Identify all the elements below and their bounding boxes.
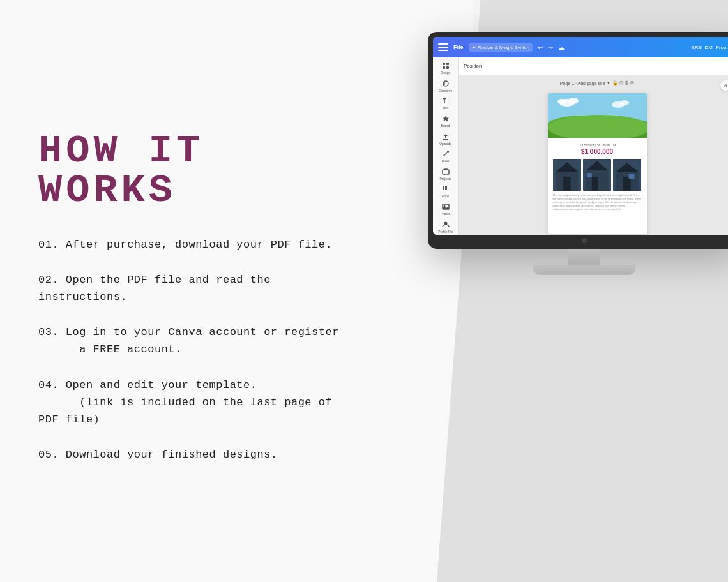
refresh-icon[interactable]: ↺ (720, 80, 728, 91)
apps-label: Apps (442, 194, 449, 198)
resize-button[interactable]: ✦ Resize & Magic Switch (469, 43, 533, 52)
step-2-text: Open the PDF file and read the instructi… (38, 274, 271, 303)
monitor-chin (433, 235, 728, 246)
elements-icon (441, 79, 450, 88)
svg-rect-7 (443, 139, 448, 140)
svg-rect-2 (443, 66, 445, 69)
svg-text:T: T (443, 98, 446, 105)
elements-label: Elements (439, 89, 452, 93)
page-chevron-icon: ▾ (607, 80, 610, 86)
canva-main-area: Position Page 1 · Add page title ▾ 🔒 ⊡ 🗑… (459, 57, 728, 235)
svg-point-20 (557, 99, 566, 104)
design-icon (441, 61, 450, 70)
template-content: 123 Boundry St, Dallas, TX $1,000,000 (548, 138, 647, 234)
sidebar-tool-brand[interactable]: Brand (434, 113, 457, 130)
canva-interface: File ✦ Resize & Magic Switch ↩ ↪ ☁ BRE_D… (433, 37, 728, 235)
filename-label: BRE_DM_Prop... (692, 45, 728, 50)
hamburger-icon[interactable] (438, 43, 448, 51)
brand-label: Brand (441, 124, 450, 128)
profile-icon (441, 220, 450, 229)
monitor-stand-neck (568, 249, 600, 265)
sidebar-tool-projects[interactable]: Projects (434, 166, 457, 183)
svg-rect-39 (623, 177, 631, 191)
svg-rect-34 (592, 177, 598, 191)
position-label: Position (464, 63, 482, 69)
right-panel: File ✦ Resize & Magic Switch ↩ ↪ ☁ BRE_D… (396, 0, 728, 582)
step-2-number: 02. (38, 274, 59, 286)
photos-icon (441, 202, 450, 211)
sidebar-tool-uploads[interactable]: Uploads (434, 130, 457, 147)
step-5-text: Download your finished designs. (66, 449, 278, 461)
sidebar-tool-text[interactable]: T Text (434, 95, 457, 112)
step-4-number: 04. (38, 379, 59, 391)
step-5-number: 05. (38, 449, 59, 461)
brand-icon (441, 114, 450, 123)
svg-rect-35 (587, 173, 592, 177)
apps-icon (441, 184, 450, 193)
photos-label: Photos (441, 212, 451, 216)
svg-rect-5 (443, 82, 445, 85)
monitor-stand-base (533, 265, 635, 275)
property-images-row (553, 159, 642, 191)
property-description: This stunning two-story home sits on a l… (553, 193, 642, 211)
redo-icon[interactable]: ↪ (548, 44, 553, 51)
uploads-label: Uploads (439, 142, 451, 146)
svg-point-19 (568, 98, 579, 104)
monitor-screen: File ✦ Resize & Magic Switch ↩ ↪ ☁ BRE_D… (433, 37, 728, 235)
svg-point-22 (620, 100, 629, 105)
svg-rect-1 (446, 63, 449, 65)
monitor-outer: File ✦ Resize & Magic Switch ↩ ↪ ☁ BRE_D… (428, 32, 728, 249)
svg-rect-12 (443, 188, 444, 190)
page-controls: 🔒 ⊡ 🗑 ⊞ (612, 80, 634, 86)
cloud-icon: ☁ (558, 44, 565, 51)
page-heading: HOW IT WORKS (38, 131, 358, 211)
step-1-number: 01. (38, 239, 59, 251)
sidebar-tool-draw[interactable]: Draw (434, 148, 457, 165)
projects-icon (441, 167, 450, 176)
svg-rect-30 (563, 177, 570, 191)
canva-toolbar: Position (459, 57, 728, 75)
canva-body: Design Elements (433, 57, 728, 235)
steps-list: 01. After purchase, download your PDF fi… (38, 236, 358, 464)
page-title-text: Page 1 · Add page title (560, 81, 605, 86)
file-menu[interactable]: File (453, 44, 464, 50)
sidebar-tool-design[interactable]: Design (434, 60, 457, 77)
step-2: 02. Open the PDF file and read the instr… (38, 271, 358, 306)
template-hero-image (548, 93, 647, 138)
projects-label: Projects (439, 177, 451, 181)
step-3-number: 03. (38, 326, 59, 338)
canva-sidebar: Design Elements (433, 57, 459, 235)
svg-rect-11 (445, 186, 447, 188)
sidebar-tool-apps[interactable]: Apps (434, 183, 457, 200)
svg-point-8 (447, 151, 449, 153)
uploads-icon (441, 132, 450, 141)
text-icon: T (441, 96, 450, 105)
template-preview: 123 Boundry St, Dallas, TX $1,000,000 (548, 93, 647, 234)
undo-icon[interactable]: ↩ (538, 44, 543, 51)
step-5: 05. Download your finished designs. (38, 446, 358, 463)
step-1-text: After purchase, download your PDF file. (66, 239, 332, 251)
sidebar-tool-profile[interactable]: Profile Pic (434, 218, 457, 235)
svg-rect-9 (443, 170, 449, 174)
property-price: $1,000,000 (553, 148, 642, 155)
draw-icon (441, 149, 450, 158)
profile-label: Profile Pic (438, 230, 453, 234)
draw-label: Draw (442, 159, 450, 163)
svg-rect-40 (629, 174, 635, 179)
text-label: Text (443, 106, 448, 110)
svg-rect-3 (446, 66, 449, 69)
step-4: 04. Open and edit your template. (link i… (38, 377, 358, 429)
svg-rect-0 (443, 63, 445, 65)
canva-topbar: File ✦ Resize & Magic Switch ↩ ↪ ☁ BRE_D… (433, 37, 728, 57)
design-label: Design (441, 71, 451, 75)
page-header: Page 1 · Add page title ▾ 🔒 ⊡ 🗑 ⊞ (560, 80, 634, 86)
property-address: 123 Boundry St, Dallas, TX (553, 143, 642, 147)
step-1: 01. After purchase, download your PDF fi… (38, 236, 358, 253)
sidebar-tool-photos[interactable]: Photos (434, 201, 457, 218)
canvas-area: Page 1 · Add page title ▾ 🔒 ⊡ 🗑 ⊞ ↺ (459, 75, 728, 235)
left-panel: HOW IT WORKS 01. After purchase, downloa… (0, 0, 396, 582)
monitor-mockup: File ✦ Resize & Magic Switch ↩ ↪ ☁ BRE_D… (428, 32, 728, 275)
svg-rect-13 (445, 188, 447, 190)
monitor-power-button[interactable] (582, 238, 587, 243)
sidebar-tool-elements[interactable]: Elements (434, 78, 457, 94)
